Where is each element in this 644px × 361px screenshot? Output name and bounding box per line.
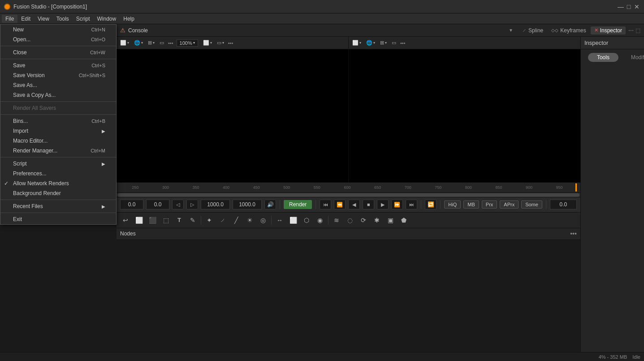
viewer-left-chan[interactable]: ⬜ ▾ bbox=[201, 39, 214, 47]
tab-keyframes[interactable]: ◇◇ Keyframes bbox=[548, 26, 589, 35]
viewer-right-grid[interactable]: ⊞ ▾ bbox=[378, 39, 389, 47]
mb-btn[interactable]: MB bbox=[463, 200, 479, 209]
render-button[interactable]: Render bbox=[284, 200, 312, 209]
menu-import[interactable]: Import ▶ bbox=[0, 126, 116, 136]
menu-macro-editor[interactable]: Macro Editor... bbox=[0, 136, 116, 146]
loop-btn[interactable]: 🔁 bbox=[425, 200, 437, 209]
prx-btn[interactable]: Prx bbox=[482, 200, 497, 209]
viewer-left-globe[interactable]: 🌐 ▾ bbox=[132, 39, 145, 47]
menu-open[interactable]: Open... Ctrl+O bbox=[0, 35, 116, 44]
menu-help[interactable]: Help bbox=[120, 15, 138, 23]
timeline-scrollbar-thumb[interactable] bbox=[117, 193, 579, 197]
spline-tool[interactable]: ⟋ bbox=[216, 214, 229, 226]
go-start-btn[interactable]: ⏮ bbox=[320, 200, 331, 209]
menu-save-copy[interactable]: Save a Copy As... bbox=[0, 90, 116, 100]
particle-tool[interactable]: ✦ bbox=[203, 214, 216, 226]
menu-script[interactable]: Script bbox=[73, 15, 94, 23]
tab-spline[interactable]: ⟋ Spline bbox=[519, 26, 547, 35]
menu-exit[interactable]: Exit bbox=[0, 214, 116, 224]
menu-allow-network[interactable]: ✓ Allow Network Renders bbox=[0, 178, 116, 188]
nodes-more-btn[interactable]: ••• bbox=[570, 230, 577, 237]
menu-view[interactable]: View bbox=[34, 15, 53, 23]
scatter-tool[interactable]: ◌ bbox=[344, 214, 356, 226]
more-panels-btn[interactable]: ▼ bbox=[509, 28, 513, 33]
tracking-tool[interactable]: ≋ bbox=[330, 214, 343, 226]
timeline-scrollbar[interactable] bbox=[117, 192, 580, 197]
dropper-tool[interactable]: ◎ bbox=[257, 214, 269, 226]
viewer-right-more[interactable]: ••• bbox=[400, 40, 406, 46]
step-back-btn[interactable]: ⏪ bbox=[334, 200, 346, 209]
audio-btn[interactable]: 🔊 bbox=[264, 200, 276, 209]
viewer-right-globe[interactable]: 🌐 ▾ bbox=[364, 39, 377, 47]
menu-render-manager[interactable]: Render Manager... Ctrl+M bbox=[0, 146, 116, 156]
menu-save-as[interactable]: Save As... bbox=[0, 80, 116, 90]
menu-preferences[interactable]: Preferences... bbox=[0, 169, 116, 178]
step-fwd-btn[interactable]: ⏩ bbox=[391, 200, 403, 209]
some-btn[interactable]: Some bbox=[521, 200, 542, 209]
effect-tool[interactable]: ✱ bbox=[371, 214, 383, 226]
menu-script[interactable]: Script ▶ bbox=[0, 159, 116, 169]
sep-play2 bbox=[316, 200, 316, 209]
light-tool[interactable]: ☀ bbox=[243, 214, 256, 226]
menu-bins[interactable]: Bins... Ctrl+B bbox=[0, 116, 116, 126]
menu-close[interactable]: Close Ctrl+W bbox=[0, 48, 116, 57]
menu-window[interactable]: Window bbox=[94, 15, 120, 23]
inspector-tab-tools[interactable]: Tools bbox=[588, 53, 618, 62]
viewer-left-more[interactable]: ••• bbox=[168, 40, 173, 46]
frame-number-display[interactable]: 0.0 bbox=[550, 200, 577, 209]
menu-edit[interactable]: Edit bbox=[17, 15, 34, 23]
zoom-level[interactable]: 100% ▾ bbox=[177, 39, 198, 47]
inspector-tab-modifiers[interactable]: Modifiers bbox=[622, 53, 644, 62]
viewer-left-layout[interactable]: ⬜ ▾ bbox=[118, 39, 131, 47]
mask-tool[interactable]: ⬚ bbox=[160, 214, 172, 226]
go-end-btn[interactable]: ⏭ bbox=[406, 200, 417, 209]
line-tool[interactable]: ╱ bbox=[230, 214, 242, 226]
undo-tool[interactable]: ↩ bbox=[119, 214, 132, 226]
close-button[interactable]: ✕ bbox=[633, 4, 640, 10]
grid-icon: ⊞ bbox=[148, 40, 152, 46]
menu-save-version[interactable]: Save Version Ctrl+Shift+S bbox=[0, 70, 116, 80]
range-start-display[interactable]: 1000.0 bbox=[201, 200, 230, 209]
poly-tool[interactable]: ⬡ bbox=[300, 214, 313, 226]
play-back-btn[interactable]: ◀ bbox=[348, 200, 360, 209]
tab-inspector[interactable]: ✕ Inspector bbox=[591, 26, 626, 35]
viewer-right-rect[interactable]: ▭ bbox=[390, 39, 398, 47]
rect2-tool[interactable]: ⬜ bbox=[287, 214, 299, 226]
current-frame-display[interactable]: 0.0 bbox=[146, 200, 169, 209]
warp-tool[interactable]: ▣ bbox=[384, 214, 397, 226]
panel-settings-icon[interactable]: ⋯ bbox=[628, 27, 634, 34]
stop-btn[interactable]: ■ bbox=[363, 200, 374, 209]
extra-tool[interactable]: ⬟ bbox=[398, 214, 410, 226]
console-tab[interactable]: Console bbox=[128, 27, 148, 34]
menu-background-render[interactable]: Background Render bbox=[0, 188, 116, 198]
viewer-left-rect[interactable]: ▭ bbox=[158, 39, 166, 47]
viewer-right-layout[interactable]: ⬜ ▾ bbox=[350, 39, 363, 47]
group-tool[interactable]: ⟳ bbox=[357, 214, 370, 226]
brush-tool[interactable]: ✎ bbox=[186, 214, 199, 226]
viewer-left-img[interactable]: ▭ ▾ bbox=[215, 39, 226, 47]
undock-icon[interactable]: ⬚ bbox=[635, 27, 640, 34]
hiq-btn[interactable]: HiQ bbox=[444, 200, 461, 209]
minimize-button[interactable]: — bbox=[617, 4, 624, 10]
current-time-display[interactable]: 0.0 bbox=[120, 200, 143, 209]
next-keyframe-btn[interactable]: ▷ bbox=[186, 200, 198, 209]
play-fwd-btn[interactable]: ▶ bbox=[377, 200, 389, 209]
transform-tool[interactable]: ↔ bbox=[273, 214, 286, 226]
prev-keyframe-btn[interactable]: ◁ bbox=[172, 200, 184, 209]
menu-recent-files[interactable]: Recent Files ▶ bbox=[0, 201, 116, 211]
maximize-button[interactable]: □ bbox=[625, 4, 632, 10]
viewer-left-grid[interactable]: ⊞ ▾ bbox=[146, 39, 156, 47]
range-end-display[interactable]: 1000.0 bbox=[233, 200, 262, 209]
menu-new[interactable]: New Ctrl+N bbox=[0, 25, 116, 35]
viewer-left-more2[interactable]: ••• bbox=[228, 40, 233, 46]
r-globe-arrow: ▾ bbox=[373, 41, 375, 45]
paint-tool[interactable]: ⬛ bbox=[146, 214, 159, 226]
aprx-btn[interactable]: APrx bbox=[500, 200, 519, 209]
text-tool[interactable]: T bbox=[173, 214, 186, 226]
menu-file[interactable]: File bbox=[2, 15, 17, 23]
tl-600: 600 bbox=[332, 185, 363, 190]
menu-tools[interactable]: Tools bbox=[53, 15, 73, 23]
bezier-tool[interactable]: ◉ bbox=[314, 214, 326, 226]
menu-save[interactable]: Save Ctrl+S bbox=[0, 61, 116, 70]
select-tool[interactable]: ⬜ bbox=[133, 214, 145, 226]
